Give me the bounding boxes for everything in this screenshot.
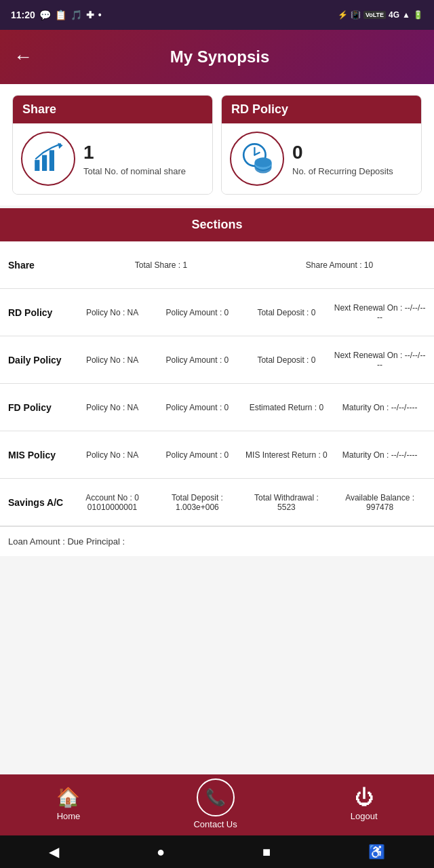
row-fd-policyno: Policy No : NA (75, 403, 150, 412)
loan-partial-text: Loan Amount : Due Principal : (8, 536, 125, 547)
page-title: My Synopsis (46, 47, 393, 66)
row-mis-amount: Policy Amount : 0 (155, 450, 239, 460)
row-share-total: Total Share : 1 (75, 260, 248, 270)
row-mis-name: MIS Policy (8, 450, 69, 460)
android-back-icon[interactable]: ◀ (49, 844, 59, 860)
svg-rect-0 (35, 160, 39, 171)
share-card-info: 1 Total No. of nominal share (83, 142, 186, 176)
bottom-nav: 🏠 Home 📞 Contact Us ⏻ Logout (0, 774, 434, 835)
table-row-rd: RD Policy Policy No : NA Policy Amount :… (0, 289, 434, 336)
android-recent-icon[interactable]: ■ (262, 844, 271, 860)
nav-logout[interactable]: ⏻ Logout (351, 786, 378, 821)
plus-icon: ✚ (86, 9, 94, 20)
whatsapp-icon: 💬 (39, 9, 51, 20)
row-fd-name: FD Policy (8, 402, 69, 413)
row-savings-withdrawal: Total Withdrawal : 5523 (245, 493, 329, 512)
share-card-label: Total No. of nominal share (83, 166, 186, 176)
nav-contact-label: Contact Us (193, 819, 237, 829)
sections-header: Sections (0, 208, 434, 241)
rd-card-header: RD Policy (222, 96, 421, 123)
share-card[interactable]: Share 1 Total No. of nominal share (12, 95, 213, 195)
table-row-savings: Savings A/C Account No : 0 01010000001 T… (0, 479, 434, 526)
back-button[interactable]: ← (14, 46, 33, 68)
status-left: 11:20 💬 📋 🎵 ✚ • (11, 9, 102, 20)
app-header: ← My Synopsis (0, 30, 434, 84)
share-card-body: 1 Total No. of nominal share (13, 123, 212, 194)
status-bar: 11:20 💬 📋 🎵 ✚ • ⚡ 📳 VoLTE 4G ▲ 🔋 (0, 0, 434, 30)
row-fd-estimated: Estimated Return : 0 (245, 403, 329, 412)
row-fd-amount: Policy Amount : 0 (155, 403, 239, 412)
row-share-name: Share (8, 260, 69, 271)
nav-home[interactable]: 🏠 Home (56, 786, 80, 821)
table-row-fd: FD Policy Policy No : NA Policy Amount :… (0, 384, 434, 431)
vibrate-icon: 📳 (351, 10, 361, 20)
row-daily-name: Daily Policy (8, 355, 69, 366)
table-row-mis: MIS Policy Policy No : NA Policy Amount … (0, 431, 434, 479)
bluetooth-icon: ⚡ (338, 10, 348, 20)
media-icon: 🎵 (71, 9, 82, 20)
nav-logout-label: Logout (351, 811, 378, 821)
volte-badge: VoLTE (363, 11, 386, 19)
android-nav-bar: ◀ ● ■ ♿ (0, 835, 434, 868)
row-mis-maturity: Maturity On : --/--/---- (334, 450, 426, 460)
signal-icon: ▲ (402, 10, 410, 20)
rd-card-body: 0 No. of Recurring Deposits (222, 123, 421, 194)
row-share-amount: Share Amount : 10 (253, 260, 426, 270)
status-right: ⚡ 📳 VoLTE 4G ▲ 🔋 (338, 10, 423, 20)
share-card-header: Share (13, 96, 212, 123)
rd-card-number: 0 (292, 142, 393, 163)
table-row-share: Share Total Share : 1 Share Amount : 10 (0, 241, 434, 289)
rd-card-icon (230, 132, 284, 186)
logout-icon: ⏻ (355, 786, 374, 808)
svg-rect-1 (42, 155, 47, 171)
rd-card-label: No. of Recurring Deposits (292, 166, 393, 176)
row-mis-interest: MIS Interest Return : 0 (245, 450, 329, 460)
row-rd-amount: Policy Amount : 0 (155, 308, 239, 317)
row-fd-maturity: Maturity On : --/--/---- (334, 403, 426, 412)
row-daily-amount: Policy Amount : 0 (155, 355, 239, 365)
nav-contact[interactable]: 📞 Contact Us (193, 778, 237, 829)
status-time: 11:20 (11, 9, 35, 20)
share-card-number: 1 (83, 142, 186, 163)
row-savings-deposit: Total Deposit : 1.003e+006 (155, 493, 239, 512)
row-savings-name: Savings A/C (8, 497, 69, 508)
battery-icon: 🔋 (413, 10, 423, 20)
android-home-icon[interactable]: ● (157, 844, 165, 860)
row-daily-deposit: Total Deposit : 0 (245, 355, 329, 365)
rd-card-info: 0 No. of Recurring Deposits (292, 142, 393, 176)
row-rd-name: RD Policy (8, 307, 69, 318)
table-row-daily: Daily Policy Policy No : NA Policy Amoun… (0, 336, 434, 384)
row-mis-policyno: Policy No : NA (75, 450, 150, 460)
home-icon: 🏠 (56, 786, 80, 808)
row-rd-renewal: Next Renewal On : --/--/---- (334, 303, 426, 322)
svg-point-10 (254, 157, 271, 167)
nav-home-label: Home (57, 811, 81, 821)
row-daily-renewal: Next Renewal On : --/--/---- (334, 351, 426, 370)
row-rd-policyno: Policy No : NA (75, 308, 150, 317)
android-accessibility-icon[interactable]: ♿ (368, 844, 385, 860)
row-daily-policyno: Policy No : NA (75, 355, 150, 365)
dot-icon: • (98, 9, 102, 20)
rd-policy-card[interactable]: RD Policy 0 No. of Recurring Deposits (221, 95, 422, 195)
contact-icon: 📞 (205, 788, 226, 807)
row-savings-accountno: Account No : 0 01010000001 (75, 493, 150, 512)
row-savings-balance: Available Balance : 997478 (334, 493, 426, 512)
4g-icon: 4G (389, 10, 399, 20)
summary-cards: Share 1 Total No. of nominal share RD Po… (0, 84, 434, 205)
share-card-icon (21, 132, 75, 186)
contact-icon-circle: 📞 (197, 778, 235, 816)
sms-icon: 📋 (55, 9, 66, 20)
loan-partial-row: Loan Amount : Due Principal : (0, 526, 434, 556)
row-rd-deposit: Total Deposit : 0 (245, 308, 329, 317)
svg-rect-2 (50, 150, 54, 171)
